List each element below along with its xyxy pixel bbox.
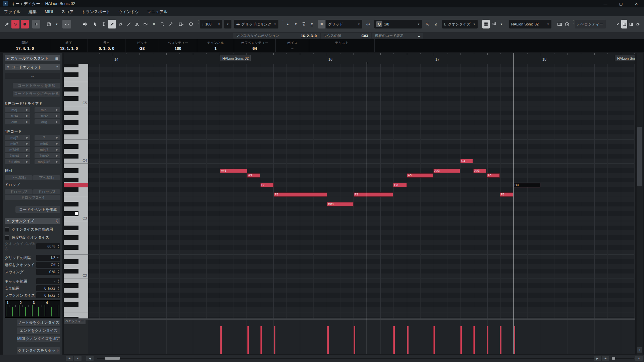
midi-note-selected[interactable]: G3	[514, 183, 540, 187]
triplet-quantize-button[interactable]: %	[424, 20, 431, 28]
velocity-bar[interactable]	[274, 326, 275, 354]
quantize-length-button[interactable]: MIDI クオンタイズを固定	[17, 336, 60, 342]
piano-key-black[interactable]	[64, 87, 78, 92]
menubar-item[interactable]: 編集	[29, 9, 37, 15]
menubar-item[interactable]: マニュアル	[147, 9, 167, 15]
piano-key-black[interactable]	[64, 187, 78, 192]
velocity-bar[interactable]	[393, 326, 395, 354]
close-button[interactable]: ✕	[629, 0, 644, 7]
quantize-panel-header[interactable]: ▼ クオンタイズ Q	[5, 218, 60, 224]
part-selector-dropdown[interactable]: HALion Sonic 02 ▼	[509, 20, 551, 28]
object-selection-tool[interactable]	[91, 20, 99, 28]
piano-key-black[interactable]	[64, 235, 78, 240]
chord-button[interactable]: maj7	[5, 135, 24, 140]
chord-edit-header[interactable]: ▼ コードエディット ≡	[5, 64, 60, 70]
info-column-value[interactable]: 64	[253, 46, 257, 51]
move-up-more-button[interactable]: ▲	[300, 20, 308, 28]
menubar-item[interactable]: MIDI	[45, 9, 53, 14]
quantize-value-dropdown[interactable]: Q 1/8 ▼	[374, 20, 422, 28]
piano-key-black[interactable]	[64, 259, 78, 264]
midi-note[interactable]: C4	[460, 159, 473, 163]
piano-key-white[interactable]	[64, 115, 88, 120]
midi-note[interactable]: F3	[274, 192, 327, 197]
quantize-field-input[interactable]: 0 %▲▼	[36, 269, 60, 275]
chord-arrow-button[interactable]: ▶	[54, 153, 60, 158]
move-up-button[interactable]: ▲	[284, 20, 292, 28]
piano-key-white[interactable]	[64, 139, 88, 144]
loop-button[interactable]	[186, 20, 195, 28]
piano-key-white[interactable]: C5	[64, 101, 88, 106]
midi-note[interactable]: A3	[487, 173, 500, 178]
spinner-icon[interactable]: ▲▼	[57, 279, 59, 284]
piano-key-black[interactable]	[64, 130, 78, 134]
piano-key-white[interactable]	[64, 106, 88, 111]
info-column-value[interactable]: 17. 4. 1. 0	[16, 46, 34, 51]
mute-tool[interactable]: ✕	[150, 20, 158, 28]
spinner-icon[interactable]: ▲▼	[57, 286, 59, 291]
time-warp-tool[interactable]	[167, 20, 175, 28]
chord-arrow-button[interactable]: ▶	[24, 159, 30, 164]
velocity-bar[interactable]	[460, 326, 462, 354]
chord-arrow-button[interactable]: ▶	[24, 147, 30, 152]
piano-key-white[interactable]	[64, 135, 88, 139]
chord-arrow-button[interactable]: ▶	[24, 119, 30, 124]
velocity-bar[interactable]	[487, 326, 488, 354]
velocity-bar[interactable]	[260, 326, 262, 354]
piano-key-black[interactable]	[64, 245, 78, 249]
spinner-icon[interactable]: ▲▼	[57, 262, 59, 267]
piano-key-black[interactable]	[64, 120, 78, 125]
scroll-left-button[interactable]: ◀	[86, 356, 94, 361]
chord-button[interactable]: maj	[5, 107, 24, 112]
chord-button[interactable]: min7	[5, 141, 24, 146]
piano-key-white[interactable]	[64, 77, 88, 82]
quantize-panel-button[interactable]: e	[433, 20, 439, 28]
checkbox[interactable]	[5, 235, 9, 240]
quantize-field-input[interactable]: 0 Ticks▲▼	[36, 292, 60, 298]
info-column-value[interactable]: –	[291, 46, 293, 51]
chord-edit-menu-icon[interactable]: ≡	[56, 65, 58, 69]
velocity-bar[interactable]	[433, 326, 435, 354]
horizontal-scroll-track[interactable]	[97, 358, 599, 359]
apply-quantize-button[interactable]: ✕	[318, 20, 325, 28]
iterative-quantize-button[interactable]: -|+	[364, 20, 372, 28]
part-list-dropdown[interactable]: ▼	[54, 20, 60, 28]
independent-track-loop-button[interactable]	[44, 20, 53, 28]
velocity-zoom-button[interactable]: ＋	[637, 347, 642, 353]
piano-grid-icon[interactable]	[556, 20, 563, 28]
piano-key-white[interactable]	[64, 298, 88, 302]
chord-arrow-button[interactable]: ▶	[54, 147, 60, 152]
chord-button[interactable]: dim	[5, 119, 24, 124]
drop3-button[interactable]: ドロップ3	[33, 189, 61, 194]
piano-key-white[interactable]	[64, 67, 88, 72]
info-column[interactable]: チャンネル1	[197, 39, 234, 52]
chord-arrow-button[interactable]: ▶	[24, 107, 30, 112]
piano-keyboard[interactable]: C5C4C3C2	[64, 64, 88, 318]
velocity-bar[interactable]	[354, 326, 355, 354]
chord-button[interactable]: sus2	[35, 113, 54, 118]
split-tool[interactable]	[133, 20, 141, 28]
piano-key-black[interactable]	[64, 302, 78, 307]
piano-key-white[interactable]	[64, 92, 88, 96]
insert-velocity-field[interactable]: ↓ 100 ▲▼	[200, 20, 222, 28]
length-quantize-dropdown[interactable]: L クオンタイズ ▼	[442, 20, 478, 28]
timeline-ruler[interactable]: 14161718HALion Sonic 02HALion Sor	[88, 53, 635, 64]
velocity-lane[interactable]	[88, 318, 635, 354]
part-end-label[interactable]: HALion Sor	[615, 55, 635, 61]
midi-note[interactable]: G3	[260, 183, 274, 187]
piano-key-black[interactable]	[64, 283, 78, 288]
midi-note[interactable]: A3	[407, 173, 433, 178]
spinner-icon[interactable]: ▲▼	[57, 269, 59, 274]
quantize-field-input[interactable]: 1/8▼	[36, 255, 60, 261]
info-column[interactable]: テキスト	[309, 39, 375, 52]
chord-arrow-button[interactable]: ▶	[24, 141, 30, 146]
piano-key-black[interactable]	[64, 144, 78, 149]
quantize-field-input[interactable]: 60 %▲▼	[36, 243, 60, 249]
scroll-right-button[interactable]: ▶	[594, 356, 601, 361]
velocity-bar[interactable]	[327, 326, 329, 354]
piano-key-white[interactable]	[64, 250, 88, 254]
piano-key-highlighted[interactable]	[64, 183, 88, 187]
chord-button[interactable]: 7	[35, 135, 54, 140]
chord-button[interactable]: aug	[35, 119, 54, 124]
info-column[interactable]: オフベロシティー64	[234, 39, 276, 52]
info-column[interactable]: 開始17. 4. 1. 0	[0, 39, 50, 52]
